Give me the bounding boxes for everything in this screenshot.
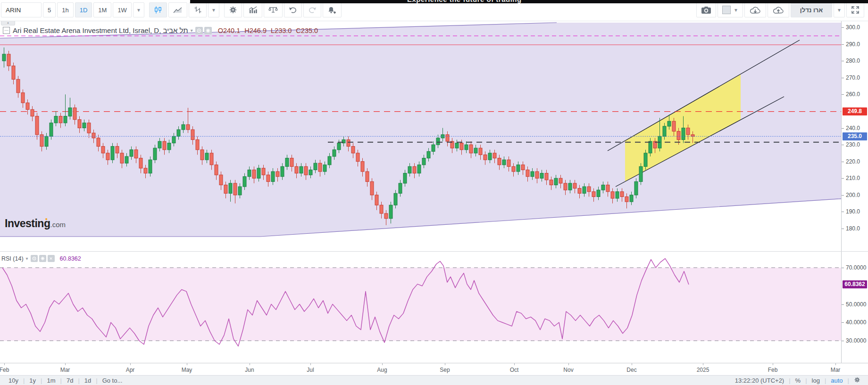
rsi-tick-dash [842,322,844,323]
eye-icon [32,255,36,262]
candle-body [139,158,142,168]
pane-separator[interactable] [0,251,868,252]
candle-body [314,163,317,170]
candle-body [488,153,492,160]
range-button-1d[interactable]: 1d [80,377,96,384]
series-settings-button[interactable] [204,27,212,34]
rsi-title[interactable]: RSI (14) [1,255,24,262]
candle-body [564,183,567,190]
saved-chart-name[interactable]: ארו נדלן [791,2,832,17]
style-dropdown-caret[interactable]: ▼ [208,2,219,17]
legend-caret-icon[interactable]: ▾ [191,28,193,33]
range-button-7d[interactable]: 7d [62,377,78,384]
rsi-close-button[interactable]: ✕ [48,255,55,262]
interval-button-1W[interactable]: 1W [113,2,132,17]
compare-button[interactable] [264,2,283,17]
chart-settings-button[interactable] [224,2,242,17]
candle-body [50,123,53,136]
saved-chart-caret[interactable]: ▼ [834,2,845,17]
load-layout-button[interactable] [744,2,766,17]
time-axis[interactable]: FebMarAprMayJunJulAugSepOctNovDec2025Feb… [0,363,868,376]
time-tick [703,363,703,365]
candle-body [616,192,619,198]
snapshot-button[interactable] [696,2,716,17]
candle-body [531,172,534,177]
drawing-toolbar-collapse-tab[interactable]: ▲ [1,21,15,25]
fullscreen-icon [851,6,860,14]
rsi-tick-label: 30.0000 [846,337,866,344]
time-tick [130,363,131,365]
candle-body [370,181,374,195]
interval-button-1D[interactable]: 1D [75,2,92,17]
candle-body [361,162,364,172]
range-button-1m[interactable]: 1m [42,377,60,384]
candle-body [663,126,666,136]
add-alert-button[interactable] [323,2,342,17]
price-tick-label: 290.0 [846,41,860,48]
symbol-input[interactable]: ARIN [1,2,42,17]
rsi-caret-icon[interactable]: ▾ [26,256,28,261]
interval-dropdown-caret[interactable]: ▼ [133,2,144,17]
candle-body [219,175,223,185]
undo-button[interactable] [284,2,302,17]
ohlc-low: L233.0 [271,27,292,34]
layout-button[interactable]: ▼ [718,2,743,17]
object-tree-icon[interactable]: — [3,27,10,34]
indicators-button[interactable] [243,2,262,17]
candle-body [196,139,199,149]
bar-style-button[interactable] [189,2,207,17]
rsi-tick-label: 70.0000 [846,264,866,271]
time-tick [4,363,5,365]
fullscreen-button[interactable] [846,2,864,17]
toggle-visibility-button[interactable] [195,27,203,34]
candle-body [243,177,246,187]
time-tick [514,363,515,365]
candlestick-style-button[interactable] [149,2,167,17]
time-label-Feb: Feb [0,367,12,373]
chart-canvas[interactable] [0,0,868,385]
symbol-title[interactable]: Ari Real Estate Arena Investment Ltd, Is… [13,26,188,34]
save-layout-button[interactable] [768,2,789,17]
candle-body [54,116,58,123]
candle-body [12,66,15,79]
price-tick-label: 200.0 [846,192,860,198]
candle-body [333,150,336,156]
range-button-10y[interactable]: 10y [4,377,23,384]
percent-scale-toggle[interactable]: % [791,377,806,384]
rsi-visibility-button[interactable] [31,255,38,262]
axis-settings-button[interactable] [849,377,865,385]
saved-chart-label: ארו נדלן [800,7,823,14]
interval-button-1M[interactable]: 1M [93,2,111,17]
price-axis[interactable]: 300.0290.0280.0270.0260.0240.0230.0220.0… [841,21,868,363]
log-scale-toggle[interactable]: log [807,377,825,384]
rsi-tick-label: 40.0000 [846,319,866,326]
candle-body [257,168,260,178]
candle-body [573,183,576,188]
candle-body [634,181,638,195]
redo-button[interactable] [303,2,321,17]
clock[interactable]: 13:22:20 (UTC+2) [730,377,789,384]
rsi-value-label: 60.8362 [843,280,867,288]
candle-body [26,103,29,109]
time-tick [445,363,445,365]
candle-body [432,145,435,151]
area-chart-style-button[interactable] [168,2,187,17]
range-button-Goto[interactable]: Go to... [98,377,127,384]
candle-body [366,172,369,181]
range-button-1y[interactable]: 1y [25,377,41,384]
interval-button-1h[interactable]: 1h [57,2,73,17]
candle-body [252,170,256,178]
auto-scale-toggle[interactable]: auto [826,377,847,384]
rsi-settings-button[interactable] [39,255,46,262]
candle-body [328,156,331,165]
candle-body [158,141,161,148]
price-tick-dash [842,229,844,229]
candle-body [601,185,605,190]
layout-caret-icon: ▼ [734,8,738,13]
candle-body [134,150,138,158]
candle-body [7,54,10,66]
interval-button-5[interactable]: 5 [43,2,56,17]
candle-body [200,150,204,160]
price-tick-dash [842,145,844,145]
price-tick-dash [842,178,844,179]
